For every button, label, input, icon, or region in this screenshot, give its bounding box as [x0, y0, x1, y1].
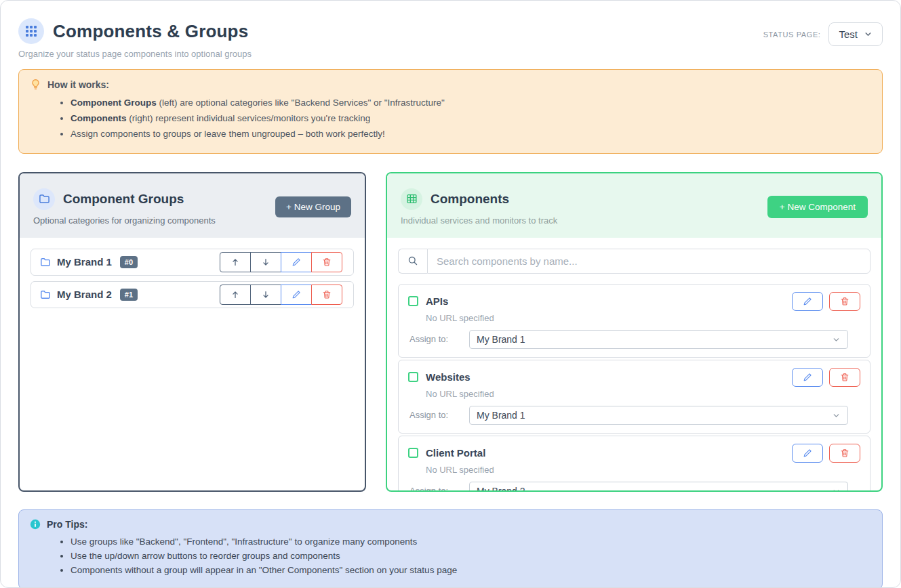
components-list: APIs No URL specified Assign to: My Bran…: [387, 238, 881, 492]
components-panel-header: Components Individual services and monit…: [387, 173, 881, 238]
folder-icon: [40, 289, 51, 300]
status-page-label: STATUS PAGE:: [763, 30, 821, 39]
components-panel-subtitle: Individual services and monitors to trac…: [401, 215, 557, 226]
tip-item: Use the up/down arrow buttons to reorder…: [71, 549, 871, 564]
groups-panel-subtitle: Optional categories for organizing compo…: [33, 215, 216, 226]
instruction-item: Components (right) represent individual …: [71, 111, 871, 127]
pro-tips-box: Pro Tips: Use groups like "Backend", "Fr…: [18, 509, 883, 588]
page-title: Components & Groups: [53, 21, 248, 42]
delete-component-button[interactable]: [829, 444, 860, 463]
pencil-icon: [803, 297, 812, 306]
component-url-status: No URL specified: [426, 389, 860, 399]
component-card: Client Portal No URL specified Assign to…: [398, 436, 870, 492]
delete-group-button[interactable]: [311, 252, 342, 272]
how-it-works-box: How it works: Component Groups (left) ar…: [18, 69, 883, 154]
delete-group-button[interactable]: [311, 285, 342, 305]
chevron-down-icon: [864, 30, 873, 39]
groups-panel-header: Component Groups Optional categories for…: [20, 173, 365, 238]
components-groups-page: Components & Groups Organize your status…: [0, 0, 901, 588]
component-card: APIs No URL specified Assign to: My Bran…: [398, 284, 870, 358]
status-page-switcher: STATUS PAGE: Test: [763, 22, 883, 46]
instruction-item: Assign components to groups or leave the…: [71, 127, 871, 142]
assign-group-select[interactable]: My Brand 1: [469, 330, 848, 349]
component-name: Websites: [426, 371, 470, 383]
edit-component-button[interactable]: [792, 368, 823, 387]
assign-to-label: Assign to:: [409, 486, 469, 492]
folder-icon: [40, 257, 51, 268]
group-order-badge: #1: [120, 289, 138, 301]
grid-icon: [18, 18, 44, 44]
delete-component-button[interactable]: [829, 368, 860, 387]
assign-group-value: My Brand 2: [477, 486, 525, 492]
instruction-item: Component Groups (left) are optional cat…: [71, 96, 871, 111]
trash-icon: [840, 448, 849, 458]
table-grid-icon: [401, 188, 422, 210]
pencil-icon: [803, 373, 812, 382]
pro-tips-title: Pro Tips:: [47, 519, 87, 530]
group-name: My Brand 2: [57, 289, 112, 300]
edit-component-button[interactable]: [792, 292, 823, 311]
assign-group-value: My Brand 1: [477, 334, 525, 345]
checkbox-icon[interactable]: [408, 372, 418, 382]
group-name: My Brand 1: [57, 256, 112, 268]
group-actions: [220, 285, 342, 305]
group-actions: [220, 252, 342, 272]
component-card: Websites No URL specified Assign to: My …: [398, 360, 870, 434]
status-page-selector[interactable]: Test: [828, 22, 883, 46]
component-url-status: No URL specified: [426, 313, 860, 323]
status-page-value: Test: [839, 28, 858, 40]
assign-group-select[interactable]: My Brand 2: [469, 482, 848, 492]
header-left: Components & Groups Organize your status…: [18, 18, 252, 59]
edit-component-button[interactable]: [792, 444, 823, 463]
panels-row: Component Groups Optional categories for…: [18, 172, 883, 492]
group-order-badge: #0: [120, 256, 138, 268]
components-panel-title: Components: [431, 192, 509, 207]
edit-group-button[interactable]: [281, 285, 312, 305]
search-icon: [398, 249, 427, 274]
pencil-icon: [292, 290, 301, 299]
trash-icon: [840, 373, 849, 382]
edit-group-button[interactable]: [281, 252, 312, 272]
checkbox-icon[interactable]: [408, 296, 418, 306]
arrow-down-icon: [261, 257, 271, 267]
move-up-button[interactable]: [220, 252, 251, 272]
how-it-works-title: How it works:: [47, 79, 109, 90]
arrow-up-icon: [231, 290, 240, 299]
folder-icon: [33, 188, 55, 210]
group-row: My Brand 2 #1: [31, 281, 354, 308]
component-search: [398, 249, 870, 274]
pencil-icon: [292, 257, 301, 267]
groups-list: My Brand 1 #0 My Bra: [20, 238, 365, 324]
component-url-status: No URL specified: [426, 465, 860, 475]
pencil-icon: [803, 448, 812, 458]
search-input[interactable]: [427, 249, 870, 274]
checkbox-icon[interactable]: [408, 448, 418, 458]
move-up-button[interactable]: [220, 285, 251, 305]
arrow-up-icon: [231, 257, 240, 267]
assign-group-select[interactable]: My Brand 1: [469, 406, 848, 425]
trash-icon: [322, 290, 332, 299]
trash-icon: [840, 297, 849, 306]
tip-item: Use groups like "Backend", "Frontend", "…: [71, 535, 871, 549]
assign-to-label: Assign to:: [409, 334, 469, 344]
assign-group-value: My Brand 1: [477, 410, 525, 421]
info-icon: [30, 519, 41, 530]
page-subtitle: Organize your status page components int…: [18, 49, 252, 59]
page-header: Components & Groups Organize your status…: [18, 18, 883, 59]
component-name: Client Portal: [426, 447, 485, 459]
new-group-button[interactable]: + New Group: [275, 196, 351, 217]
new-component-button[interactable]: + New Component: [767, 196, 868, 218]
trash-icon: [322, 257, 332, 267]
move-down-button[interactable]: [250, 285, 281, 305]
lightbulb-icon: [30, 79, 41, 90]
chevron-down-icon: [832, 487, 841, 492]
tip-item: Components without a group will appear i…: [71, 564, 871, 578]
arrow-down-icon: [261, 290, 271, 299]
assign-to-label: Assign to:: [409, 410, 469, 420]
delete-component-button[interactable]: [829, 292, 860, 311]
group-row: My Brand 1 #0: [31, 249, 354, 276]
component-name: APIs: [426, 295, 448, 307]
component-groups-panel: Component Groups Optional categories for…: [18, 172, 366, 492]
pro-tips-list: Use groups like "Backend", "Frontend", "…: [30, 535, 871, 578]
move-down-button[interactable]: [250, 252, 281, 272]
